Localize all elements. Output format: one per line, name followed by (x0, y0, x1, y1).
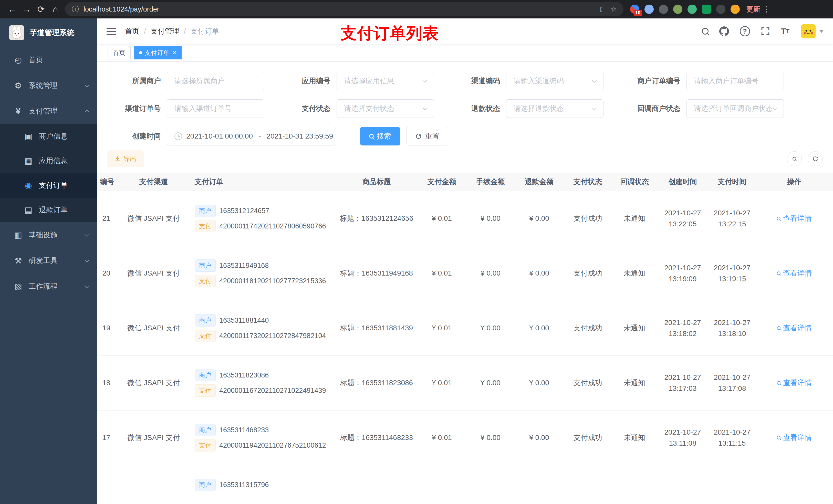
field-label: 应用编号 (277, 76, 330, 86)
export-button-label: 导出 (123, 154, 137, 163)
share-icon[interactable]: ⇧ (598, 5, 604, 14)
chevron-down-icon (772, 105, 777, 110)
search-icon[interactable] (702, 28, 709, 34)
col-refund-amount: 退款金额 (515, 173, 564, 191)
pay-channel: 微信 JSAPI 支付 (115, 410, 192, 465)
pay-order-cell: 商户1635311881440 支付4200001173202110272847… (192, 301, 336, 356)
extension-icon[interactable] (659, 5, 668, 14)
breadcrumb-home[interactable]: 首页 (125, 26, 139, 36)
view-detail-link[interactable]: 查看详情 (777, 378, 812, 388)
date-start: 2021-10-01 00:00:00 (186, 132, 253, 140)
col-actions: 操作 (756, 173, 833, 191)
merchant-order-no-input[interactable] (694, 77, 777, 85)
merchant-input[interactable] (174, 77, 257, 85)
view-detail-link[interactable]: 查看详情 (777, 214, 812, 223)
forward-icon[interactable]: → (20, 2, 34, 16)
font-size-icon[interactable]: TT (781, 26, 789, 37)
extensions-puzzle-icon[interactable] (716, 5, 725, 14)
hamburger-icon[interactable] (106, 28, 116, 35)
pay-status-select[interactable]: 请选择支付状态 (337, 99, 434, 118)
select-placeholder: 请选择退款状态 (514, 104, 564, 114)
view-detail-link[interactable]: 查看详情 (777, 268, 812, 278)
tab-pay-order[interactable]: 支付订单 × (134, 46, 182, 59)
merchant-tag: 商户 (195, 424, 216, 436)
back-icon[interactable]: ← (5, 2, 20, 16)
sidebar-item-pay-order[interactable]: 支付订单 (0, 173, 97, 198)
create-time: 2021-10-2713:22:05 (657, 191, 709, 246)
reset-button[interactable]: 重置 (406, 127, 448, 145)
pay-status (564, 465, 612, 504)
user-menu[interactable] (801, 24, 824, 39)
channel-order-no-field[interactable] (167, 99, 264, 118)
search-button-label: 搜索 (377, 131, 391, 141)
vue-devtools-icon[interactable] (688, 5, 697, 14)
refund-status-select[interactable]: 请选择退款状态 (506, 99, 603, 118)
github-icon[interactable] (719, 26, 729, 36)
fullscreen-icon[interactable] (761, 27, 770, 36)
view-detail-link[interactable]: 查看详情 (777, 433, 812, 442)
pay-order-no: 4200001174202110278060590766 (219, 222, 326, 230)
notify-status (612, 465, 657, 504)
sidebar-item-infrastructure[interactable]: 基础设施 (0, 222, 97, 248)
sidebar-item-label: 工作流程 (29, 282, 85, 291)
goods-title (336, 465, 418, 504)
profile-avatar-icon[interactable] (731, 5, 740, 14)
col-notify-status: 回调状态 (612, 173, 657, 191)
sidebar-item-label: 基础设施 (29, 230, 85, 240)
reload-icon[interactable]: ⟳ (34, 2, 48, 16)
chrome-update-button[interactable]: 更新 (746, 5, 760, 14)
close-icon[interactable]: × (172, 49, 176, 56)
toggle-search-button[interactable] (787, 151, 802, 166)
channel-code-select[interactable]: 请输入渠道编码 (506, 72, 603, 90)
notify-status-select[interactable]: 请选择订单回调商户状态 (687, 99, 784, 118)
sidebar-item-system[interactable]: 系统管理 (0, 73, 97, 98)
extension-icon[interactable] (673, 5, 682, 14)
refresh-icon (415, 133, 422, 140)
download-icon (115, 156, 121, 162)
table-row: 19 微信 JSAPI 支付 商户1635311881440 支付4200001… (97, 301, 833, 356)
sidebar-item-payment[interactable]: 支付管理 (0, 98, 97, 124)
help-icon[interactable]: ? (740, 26, 750, 37)
extension-icon[interactable] (644, 5, 654, 14)
pay-amount (418, 465, 466, 504)
site-info-icon[interactable]: ⓘ (72, 4, 79, 14)
col-title: 商品标题 (336, 173, 418, 191)
fee-amount: ¥ 0.00 (466, 191, 515, 246)
chevron-down-icon (422, 105, 427, 110)
chevron-down-icon (592, 105, 597, 110)
channel-order-no-input[interactable] (174, 104, 257, 113)
sidebar-item-dev-tools[interactable]: 研发工具 (0, 248, 97, 273)
date-end: 2021-10-31 23:59:59 (266, 132, 333, 140)
sidebar-item-app-info[interactable]: 应用信息 (0, 148, 97, 173)
notify-status: 未通知 (612, 356, 657, 410)
date-range-picker[interactable]: 2021-10-01 00:00:00 - 2021-10-31 23:59:5… (167, 127, 336, 145)
chrome-menu-icon[interactable] (766, 6, 767, 13)
refresh-table-button[interactable] (808, 151, 823, 166)
view-detail-link[interactable]: 查看详情 (777, 323, 812, 333)
extension-icon[interactable]: 10 (630, 5, 639, 14)
search-button[interactable]: 搜索 (360, 127, 400, 145)
bookmark-star-icon[interactable]: ☆ (611, 5, 617, 14)
sidebar-logo[interactable]: 芋道管理系统 (0, 19, 97, 47)
sidebar-item-merchant-info[interactable]: 商户信息 (0, 124, 97, 148)
goods-title: 标题：1635311823086 (336, 356, 418, 410)
tab-home[interactable]: 首页 (108, 46, 130, 59)
fee-amount: ¥ 0.00 (466, 356, 515, 410)
field-label: 回调商户状态 (616, 104, 680, 114)
merchant-select[interactable] (167, 72, 264, 90)
export-button[interactable]: 导出 (108, 150, 143, 167)
merchant-order-no-field[interactable] (687, 72, 784, 90)
sidebar-item-home[interactable]: 首页 (0, 47, 97, 73)
app-select[interactable]: 请选择应用信息 (337, 72, 434, 90)
address-bar[interactable]: ⓘ localhost:1024/pay/order ⇧ ☆ (65, 2, 623, 16)
home-icon[interactable]: ⌂ (48, 2, 63, 16)
sidebar-item-workflow[interactable]: 工作流程 (0, 273, 97, 299)
merchant-order-no: 1635311468233 (219, 426, 269, 434)
extension-icon[interactable] (702, 5, 711, 14)
merchant-tag: 商户 (195, 479, 216, 491)
pay-amount: ¥ 0.01 (418, 410, 466, 465)
sidebar-item-refund-order[interactable]: 退款订单 (0, 198, 97, 222)
select-placeholder: 请输入渠道编码 (514, 76, 564, 86)
breadcrumb-pay-manage[interactable]: 支付管理 (151, 26, 179, 36)
pay-order-no: 4200001181202110277723215336 (219, 277, 326, 285)
